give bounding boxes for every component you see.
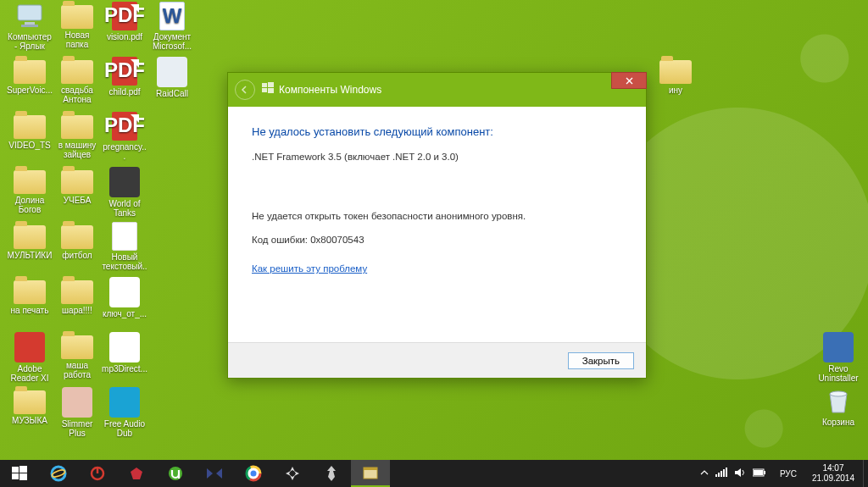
svg-marker-36 (735, 468, 741, 477)
taskbar-app-ruby[interactable] (117, 460, 156, 487)
back-button (235, 80, 255, 100)
svg-point-24 (251, 471, 257, 477)
taskbar-utorrent[interactable] (156, 460, 195, 487)
close-button[interactable] (611, 72, 647, 89)
svg-marker-28 (294, 471, 299, 476)
desktop-icon-vision-pdf[interactable]: PDFvision.pdf (102, 2, 147, 42)
svg-rect-30 (364, 468, 377, 470)
icon-label: ину (653, 86, 698, 95)
taskbar-clock[interactable]: 14:07 21.09.2014 (804, 463, 863, 484)
icon-label: Adobe Reader XI (7, 364, 53, 383)
dialog-heading: Не удалось установить следующий компонен… (252, 125, 622, 138)
help-link[interactable]: Как решить эту проблему (252, 263, 367, 274)
icon-label: МУЛЬТИКИ (7, 251, 53, 260)
taskbar-skyrim[interactable] (312, 460, 351, 487)
desktop-icon-txt[interactable]: Новый текстовый... (102, 222, 147, 271)
desktop-icon-video-ts[interactable]: VIDEO_TS (7, 112, 53, 150)
taskbar-ie[interactable] (39, 460, 78, 487)
dialog-component-name: .NET Framework 3.5 (включает .NET 2.0 и … (252, 152, 622, 162)
start-button[interactable] (0, 460, 39, 487)
show-desktop-button[interactable] (863, 460, 868, 487)
desktop-icon-mp3[interactable]: mp3Direct... (102, 332, 147, 374)
taskbar: РУС 14:07 21.09.2014 (0, 460, 868, 487)
dialog-body: Не удалось установить следующий компонен… (228, 107, 646, 274)
svg-marker-27 (286, 471, 291, 476)
svg-rect-31 (715, 474, 717, 477)
svg-rect-1 (25, 22, 35, 25)
desktop-icon-right1[interactable]: ину (653, 57, 698, 95)
icon-label: Free Audio Dub (102, 419, 147, 438)
svg-rect-32 (718, 473, 720, 477)
desktop-icon-fitball[interactable]: фитбол (54, 222, 100, 260)
svg-marker-18 (207, 468, 213, 479)
desktop-icon-wot[interactable]: World of Tanks (102, 167, 147, 218)
desktop-icon-valley[interactable]: Долина Богов (7, 167, 53, 214)
dialog-title: Компоненты Windows (279, 84, 381, 96)
desktop-icon-print[interactable]: на печать (7, 277, 53, 315)
desktop-icon-adobe[interactable]: Adobe Reader XI (7, 332, 53, 383)
icon-label: child.pdf (102, 87, 147, 97)
dialog-titlebar[interactable]: Компоненты Windows (228, 73, 646, 107)
tray-battery-icon[interactable] (753, 468, 766, 479)
desktop-icon-key[interactable]: ключ_от_... (102, 277, 147, 318)
icon-label: SuperVoic... (7, 86, 53, 95)
desktop-icon-word-doc[interactable]: WДокумент Microsof... (149, 2, 195, 51)
icon-label: Долина Богов (7, 196, 53, 214)
svg-rect-0 (18, 5, 42, 20)
icon-label: Документ Microsof... (149, 32, 195, 51)
svg-rect-6 (262, 88, 267, 92)
svg-rect-39 (754, 470, 763, 475)
taskbar-language[interactable]: РУС (773, 469, 804, 479)
svg-point-3 (830, 391, 847, 396)
desktop-icon-car[interactable]: в машину зайцев (54, 112, 100, 159)
desktop-icon-audiodub[interactable]: Free Audio Dub (102, 387, 147, 438)
system-tray[interactable] (693, 468, 773, 479)
desktop-icon-cartoons[interactable]: МУЛЬТИКИ (7, 222, 53, 260)
taskbar-app-black[interactable] (273, 460, 312, 487)
dialog-footer: Закрыть (228, 342, 646, 378)
taskbar-chrome[interactable] (234, 460, 273, 487)
svg-rect-10 (12, 473, 19, 479)
svg-rect-11 (19, 473, 27, 480)
close-dialog-button[interactable]: Закрыть (568, 352, 634, 369)
tray-chevron-up-icon[interactable] (700, 468, 709, 479)
tray-volume-icon[interactable] (734, 468, 746, 479)
dialog-error-message: Не удается открыть токен безопасности ан… (252, 211, 622, 221)
desktop-icon-recyclebin[interactable]: Корзина (815, 387, 861, 427)
desktop-icon-raidcall[interactable]: RaidCall (149, 57, 195, 98)
svg-rect-35 (726, 468, 727, 477)
svg-rect-8 (12, 467, 19, 473)
icon-label: mp3Direct... (102, 364, 147, 374)
icon-label: свадьба Антона (54, 86, 100, 104)
icon-label: МУЗЫКА (7, 416, 53, 425)
desktop-icon-study[interactable]: УЧЕБА (54, 167, 100, 205)
taskbar-time: 14:07 (812, 463, 854, 473)
desktop-icon-pregnancy-pdf[interactable]: PDFpregnancy... (102, 112, 147, 161)
desktop-icon-revo[interactable]: Revo Uninstaller (815, 332, 861, 383)
desktop-icon-supervoice[interactable]: SuperVoic... (7, 57, 53, 95)
desktop-icon-music[interactable]: МУЗЫКА (7, 387, 53, 425)
desktop-icon-shara[interactable]: шара!!!! (54, 277, 100, 315)
svg-rect-33 (721, 471, 722, 477)
svg-rect-7 (268, 88, 274, 93)
svg-rect-34 (723, 469, 725, 477)
taskbar-windows-features[interactable] (351, 460, 390, 487)
taskbar-date: 21.09.2014 (812, 473, 854, 484)
tray-network-icon[interactable] (715, 468, 727, 479)
svg-marker-16 (131, 468, 142, 479)
icon-label: в машину зайцев (54, 141, 100, 159)
desktop-icon-wedding[interactable]: свадьба Антона (54, 57, 100, 104)
windows-features-dialog: Компоненты Windows Не удалось установить… (227, 72, 647, 379)
desktop-icon-child-pdf[interactable]: PDFchild.pdf (102, 57, 147, 97)
icon-label: RaidCall (149, 89, 195, 98)
svg-rect-4 (262, 83, 267, 87)
desktop-icon-new-folder[interactable]: Новая папка (54, 2, 100, 49)
desktop-icon-slimmer[interactable]: Slimmer Plus (54, 387, 100, 438)
desktop-icon-masha[interactable]: маша работа (54, 332, 100, 379)
icon-label: Корзина (815, 418, 861, 427)
svg-rect-38 (764, 471, 765, 474)
icon-label: pregnancy... (102, 142, 147, 161)
taskbar-mpc[interactable] (195, 460, 234, 487)
desktop-icon-computer[interactable]: Компьютер - Ярлык (7, 2, 53, 51)
taskbar-power[interactable] (78, 460, 117, 487)
